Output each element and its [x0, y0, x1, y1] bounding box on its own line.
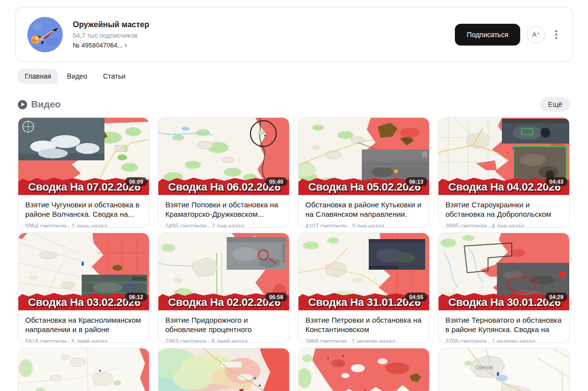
video-card[interactable]: Сводка На 02.02.2026 06:58 Взятие Придор…	[158, 233, 290, 343]
video-card[interactable]: Купянск	[298, 348, 430, 391]
banner-text: Сводка На 05.02.2026	[308, 179, 420, 195]
subscribe-button[interactable]: Подписаться	[455, 24, 520, 46]
video-meta: Взятие Чугуновки и обстановка в районе В…	[18, 195, 149, 228]
video-title[interactable]: Обстановка в районе Кутьковки и на Славя…	[305, 200, 422, 219]
map-thumbnail	[18, 348, 149, 391]
video-thumbnail[interactable]: Сводка На 03.02.2026 06:12	[18, 233, 149, 310]
video-card[interactable]: Орехов	[438, 348, 570, 391]
channel-page: Оружейный мастер 54,7 тыс подписчиков № …	[0, 0, 588, 391]
video-stats: 3895 смотрели · 4 дня назад	[445, 223, 562, 228]
video-meta: Взятие Петровки и обстановка на Констант…	[298, 310, 429, 343]
video-thumbnail[interactable]	[158, 348, 290, 391]
video-card[interactable]: Сводка На 03.02.2026 06:12 Обстановка на…	[18, 233, 149, 343]
video-thumbnail[interactable]	[18, 348, 149, 391]
video-title[interactable]: Обстановка на Краснолиманском направлени…	[25, 315, 142, 334]
more-button[interactable]: Ещё	[540, 97, 570, 112]
duration-badge: 04:29	[545, 293, 567, 301]
video-stats: 2983 смотрели · 6 дней назад	[165, 338, 282, 343]
duration-badge: 06:12	[125, 293, 147, 301]
video-stats: 5495 смотрели · 2 дня назад	[165, 223, 282, 228]
video-card[interactable]: Сводка На 07.02.2026 06:09 Взятие Чугуно…	[18, 117, 149, 228]
channel-avatar[interactable]	[27, 17, 63, 52]
tab-video[interactable]: Видео	[60, 69, 94, 84]
map-thumbnail	[158, 348, 290, 391]
video-stats: 5964 смотрели · 1 день назад	[25, 223, 142, 228]
header-actions: Подписаться A⁺	[455, 24, 561, 46]
map-thumbnail: Орехов	[439, 348, 570, 391]
missile-avatar-icon	[27, 17, 63, 52]
subscriber-count: 54,7 тыс подписчиков	[73, 32, 455, 39]
font-size-button[interactable]: A⁺	[527, 26, 545, 44]
video-thumbnail[interactable]: Сводка На 30.01.2026 04:29	[439, 233, 570, 310]
channel-name: Оружейный мастер	[73, 20, 455, 29]
video-stats: 4107 смотрели · 3 дня назад	[305, 223, 422, 228]
duration-badge: 04:55	[405, 293, 427, 301]
video-thumbnail[interactable]: Сводка На 02.02.2026 06:58	[158, 233, 290, 310]
chevron-right-icon: ›	[125, 42, 127, 49]
video-meta: Взятие Поповки и обстановка на Краматорс…	[158, 195, 289, 228]
video-thumbnail[interactable]: Сводка На 07.02.2026 06:09	[18, 118, 149, 195]
video-title[interactable]: Взятие Придорожного и обновление процент…	[165, 315, 282, 334]
duration-badge: 06:58	[265, 293, 287, 301]
play-circle-icon	[18, 100, 27, 109]
duration-badge: 05:40	[265, 177, 287, 186]
video-meta: Взятие Придорожного и обновление процент…	[158, 310, 289, 343]
map-thumbnail: Купянск	[298, 348, 430, 391]
video-stats: 5816 смотрели · 5 дней назад	[25, 338, 142, 343]
banner-text: Сводка На 30.01.2026	[448, 294, 560, 310]
video-title[interactable]: Взятие Староукраинки и обстановка на Доб…	[445, 200, 562, 219]
video-stats: 3706 смотрели · 1 неделю назад	[445, 338, 562, 343]
video-thumbnail[interactable]: Сводка На 04.02.2026 04:43	[439, 118, 570, 195]
channel-id[interactable]: № 4958047064... ›	[73, 42, 455, 49]
video-card[interactable]: Сводка На 30.01.2026 04:29 Взятие Тернов…	[438, 233, 570, 343]
video-card[interactable]	[18, 348, 149, 391]
video-title[interactable]: Взятие Петровки и обстановка на Констант…	[305, 315, 422, 334]
banner-text: Сводка На 31.01.2026	[308, 294, 420, 310]
duration-badge: 06:13	[405, 177, 427, 186]
video-card[interactable]: Сводка На 06.02.2026 05:40 Взятие Поповк…	[158, 117, 290, 228]
tab-articles[interactable]: Статьи	[96, 69, 132, 84]
duration-badge: 06:09	[125, 177, 147, 186]
video-card[interactable]	[158, 348, 290, 391]
video-thumbnail[interactable]: Орехов	[439, 348, 570, 391]
banner-text: Сводка На 04.02.2026	[448, 179, 560, 195]
video-title[interactable]: Взятие Чугуновки и обстановка в районе В…	[25, 200, 142, 219]
video-card[interactable]: Сводка На 31.01.2026 04:55 Взятие Петров…	[298, 233, 430, 343]
video-title[interactable]: Взятие Терноватого и обстановка в районе…	[445, 315, 562, 334]
videos-section-title-group: Видео	[18, 99, 61, 110]
video-thumbnail[interactable]: Сводка На 05.02.2026 06:13	[298, 118, 430, 195]
tab-home[interactable]: Главная	[18, 69, 58, 84]
banner-text: Сводка На 02.02.2026	[168, 294, 280, 310]
video-thumbnail[interactable]: Купянск	[298, 348, 430, 391]
duration-badge: 04:43	[545, 177, 567, 186]
channel-header: Оружейный мастер 54,7 тыс подписчиков № …	[15, 7, 573, 62]
video-stats: 3866 смотрели · 1 неделю назад	[305, 338, 422, 343]
channel-info: Оружейный мастер 54,7 тыс подписчиков № …	[73, 20, 455, 49]
channel-tabs: Главная Видео Статьи	[18, 69, 133, 84]
video-meta: Обстановка в районе Кутьковки и на Славя…	[298, 195, 429, 228]
video-card[interactable]: Сводка На 05.02.2026 06:13 Обстановка в …	[298, 117, 430, 228]
kebab-menu-icon[interactable]	[552, 26, 561, 44]
channel-id-text: № 4958047064...	[73, 42, 123, 49]
video-meta: Взятие Терноватого и обстановка в районе…	[439, 310, 569, 343]
banner-text: Сводка На 03.02.2026	[28, 294, 140, 310]
video-thumbnail[interactable]: Сводка На 06.02.2026 05:40	[158, 118, 290, 195]
video-title[interactable]: Взятие Поповки и обстановка на Краматорс…	[165, 200, 282, 219]
videos-section-header: Видео Ещё	[18, 97, 570, 112]
video-meta: Взятие Староукраинки и обстановка на Доб…	[439, 195, 569, 228]
banner-text: Сводка На 06.02.2026	[168, 179, 280, 195]
video-grid: Сводка На 07.02.2026 06:09 Взятие Чугуно…	[18, 117, 570, 391]
map-city-label: Орехов	[476, 365, 492, 370]
video-card[interactable]: Сводка На 04.02.2026 04:43 Взятие Староу…	[438, 117, 570, 228]
video-thumbnail[interactable]: Сводка На 31.01.2026 04:55	[298, 233, 430, 310]
videos-section-title: Видео	[31, 99, 61, 110]
banner-text: Сводка На 07.02.2026	[28, 179, 140, 195]
video-meta: Обстановка на Краснолиманском направлени…	[18, 310, 149, 343]
